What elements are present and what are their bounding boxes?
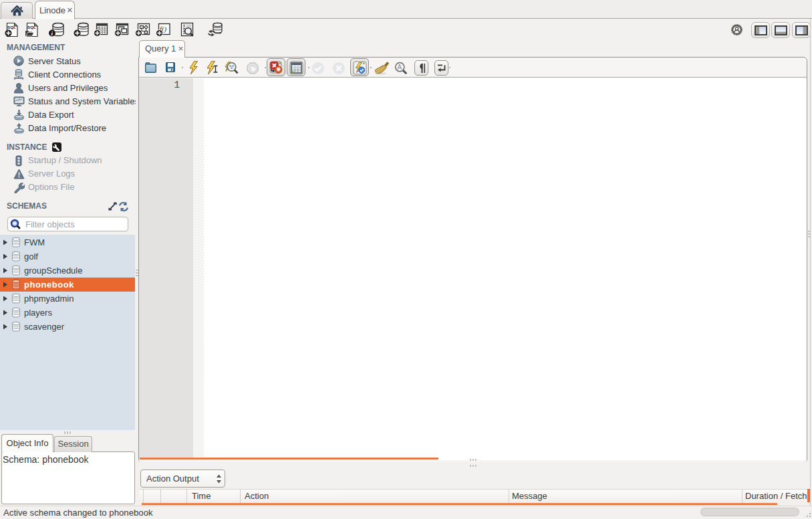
svg-text:SQL: SQL — [7, 25, 16, 29]
svg-text:A: A — [398, 64, 402, 71]
svg-text:SQL: SQL — [27, 25, 36, 29]
